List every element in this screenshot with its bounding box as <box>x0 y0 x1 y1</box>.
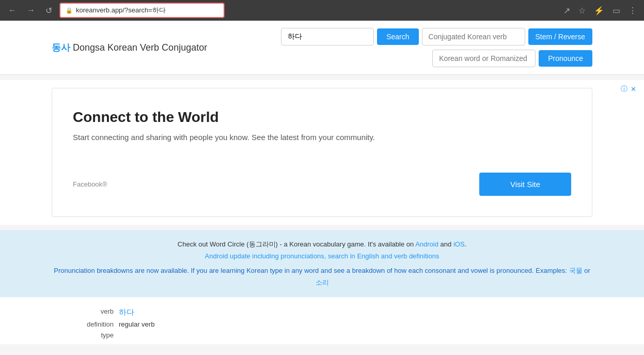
address-bar-container: 🔒 koreanverb.app/?search=하다 <box>59 3 557 18</box>
ios-link[interactable]: iOS <box>453 240 465 248</box>
ad-brand: Facebook® <box>73 180 107 188</box>
ad-visit-button[interactable]: Visit Site <box>479 173 571 196</box>
info-pronunciation-text: Pronunciation breakdowns are now availab… <box>52 265 592 289</box>
url-text: koreanverb.app/?search=하다 <box>76 6 166 15</box>
type-label: type <box>52 331 114 339</box>
search-row: Search Stem / Reverse <box>281 28 592 45</box>
search-input[interactable] <box>281 28 374 45</box>
site-header: 동사 Dongsa Korean Verb Conjugator Search … <box>0 21 644 75</box>
ad-footer: Facebook® Visit Site <box>73 173 571 196</box>
info-banner: Check out Word Circle (동그라미) - a Korean … <box>0 230 644 297</box>
ad-close-icon[interactable]: ✕ <box>631 85 636 93</box>
share-button[interactable]: ↗ <box>561 5 572 17</box>
verb-table: verb 하다 definition regular verb type <box>52 307 258 339</box>
pronounce-row: Pronounce <box>281 50 592 67</box>
menu-button[interactable]: ⋮ <box>626 5 639 17</box>
reload-button[interactable]: ↺ <box>42 4 55 18</box>
logo-dongsa: 동사 <box>52 42 70 53</box>
info-link-line: Android update including pronunciations,… <box>52 250 592 262</box>
pronounce-button[interactable]: Pronounce <box>539 50 592 67</box>
site-logo: 동사 Dongsa Korean Verb Conjugator <box>52 41 207 54</box>
ad-subtitle: Start connecting and sharing with people… <box>73 133 375 142</box>
update-link[interactable]: Android update including pronunciations,… <box>205 252 439 260</box>
extensions-button[interactable]: ⚡ <box>592 5 606 17</box>
conjugated-input[interactable] <box>422 28 525 45</box>
pronounce-input[interactable] <box>432 50 536 67</box>
split-view-button[interactable]: ▭ <box>610 5 622 17</box>
stem-reverse-button[interactable]: Stem / Reverse <box>528 28 592 45</box>
ad-info-icon[interactable]: ⓘ <box>621 84 627 94</box>
type-value <box>119 331 258 339</box>
verb-value: 하다 <box>119 307 258 317</box>
ad-controls: ⓘ ✕ <box>621 84 636 94</box>
forward-button[interactable]: → <box>24 4 38 17</box>
ad-container: ⓘ ✕ Connect to the World Start connectin… <box>0 80 644 225</box>
end-text: . <box>465 240 467 248</box>
back-button[interactable]: ← <box>5 4 20 17</box>
example2-link[interactable]: 소리 <box>316 279 329 286</box>
search-button[interactable]: Search <box>377 28 418 45</box>
ad-box: Connect to the World Start connecting an… <box>52 88 592 217</box>
android-link[interactable]: Android <box>415 240 438 248</box>
info-main-text: Check out Word Circle (동그라미) - a Korean … <box>178 240 415 248</box>
logo-text: Dongsa Korean Verb Conjugator <box>70 42 207 53</box>
definition-value: regular verb <box>119 320 258 328</box>
lock-icon: 🔒 <box>66 7 73 14</box>
bookmark-button[interactable]: ☆ <box>576 5 588 17</box>
and-text: and <box>438 240 453 248</box>
verb-info: verb 하다 definition regular verb type <box>0 297 644 344</box>
ad-title: Connect to the World <box>73 109 219 126</box>
browser-actions: ↗ ☆ ⚡ ▭ ⋮ <box>561 5 639 17</box>
definition-label: definition <box>52 320 114 328</box>
browser-chrome: ← → ↺ 🔒 koreanverb.app/?search=하다 ↗ ☆ ⚡ … <box>0 0 644 21</box>
example1-link[interactable]: 국물 <box>569 267 583 274</box>
info-main-line: Check out Word Circle (동그라미) - a Korean … <box>52 238 592 250</box>
search-section: Search Stem / Reverse Pronounce <box>281 28 592 67</box>
address-bar[interactable]: 🔒 koreanverb.app/?search=하다 <box>59 3 225 18</box>
verb-label: verb <box>52 307 114 317</box>
